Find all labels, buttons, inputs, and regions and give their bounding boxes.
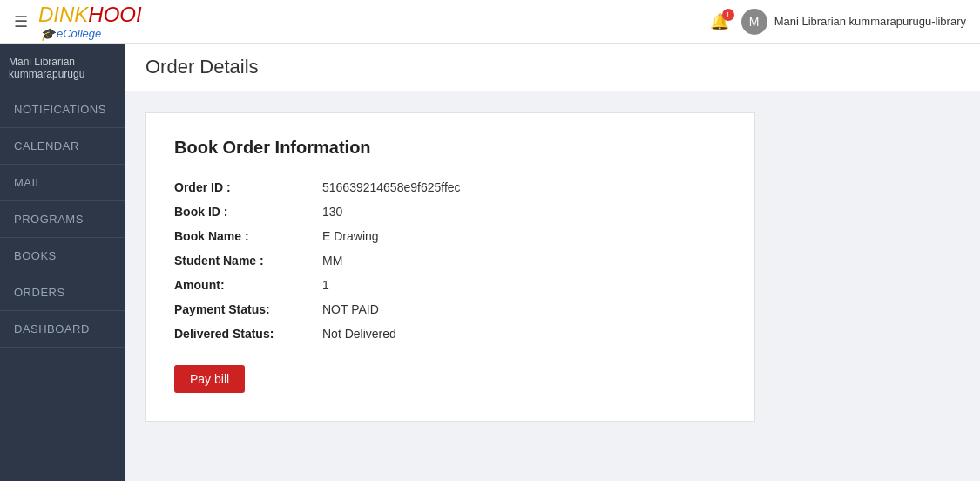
sidebar-item-books[interactable]: BOOKS [0, 238, 125, 274]
header-left: ☰ DINKHOOI 🎓 eCollege [14, 3, 142, 41]
sidebar-item-dashboard[interactable]: Dashboard [0, 311, 125, 348]
field-label: Book ID : [174, 200, 322, 224]
page-title-bar: Order Details [125, 44, 980, 91]
field-value: MM [322, 248, 727, 273]
sidebar-item-notifications[interactable]: NOTIFICATIONS [0, 91, 125, 128]
order-card-title: Book Order Information [174, 138, 727, 158]
main-layout: Mani Librarian kummarapurugu NOTIFICATIO… [0, 44, 980, 481]
sidebar-item-programs[interactable]: PROGRAMS [0, 201, 125, 238]
sidebar-item-calendar[interactable]: CALENDAR [0, 128, 125, 165]
field-label: Student Name : [174, 248, 322, 273]
sidebar-item-label: MAIL [14, 176, 42, 189]
hamburger-icon[interactable]: ☰ [14, 12, 28, 31]
sidebar-item-label: NOTIFICATIONS [14, 103, 106, 116]
field-label: Book Name : [174, 224, 322, 248]
sidebar-item-label: ORDERS [14, 286, 65, 299]
field-label: Delivered Status: [174, 322, 322, 346]
ecollege-text: eCollege [57, 27, 101, 40]
sidebar-user-label: Mani Librarian kummarapurugu [0, 44, 125, 91]
sidebar: Mani Librarian kummarapurugu NOTIFICATIO… [0, 44, 125, 481]
sidebar-item-label: Dashboard [14, 322, 90, 335]
sidebar-item-label: BOOKS [14, 249, 57, 262]
user-name: Mani Librarian kummarapurugu-library [774, 15, 966, 28]
header-right: 🔔 1 M Mani Librarian kummarapurugu-libra… [710, 9, 966, 35]
field-value: E Drawing [322, 224, 727, 248]
sidebar-item-orders[interactable]: ORDERS [0, 274, 125, 311]
content-area: Order Details Book Order Information Ord… [125, 44, 980, 481]
field-label: Payment Status: [174, 297, 322, 322]
order-card: Book Order Information Order ID : 516639… [145, 112, 755, 422]
field-label: Order ID : [174, 175, 322, 200]
table-row: Book Name : E Drawing [174, 224, 727, 248]
avatar: M [741, 9, 767, 35]
sidebar-item-mail[interactable]: MAIL [0, 165, 125, 201]
table-row: Amount: 1 [174, 273, 727, 297]
table-row: Book ID : 130 [174, 200, 727, 224]
field-value: 1 [322, 273, 727, 297]
table-row: Student Name : MM [174, 248, 727, 273]
ecollege-hat-icon: 🎓 [40, 27, 55, 41]
page-title: Order Details [145, 56, 959, 78]
content-body: Book Order Information Order ID : 516639… [125, 91, 980, 443]
field-value: 516639214658e9f625ffec [322, 175, 727, 200]
logo-hooi: HOOI [88, 3, 141, 26]
field-value: NOT PAID [322, 297, 727, 322]
bell-wrapper[interactable]: 🔔 1 [710, 12, 729, 31]
logo-ecollege: 🎓 eCollege [40, 27, 142, 41]
order-table: Order ID : 516639214658e9f625ffec Book I… [174, 175, 727, 346]
field-value: Not Delivered [322, 322, 727, 346]
field-value: 130 [322, 200, 727, 224]
sidebar-item-label: CALENDAR [14, 139, 79, 152]
field-label: Amount: [174, 273, 322, 297]
bell-badge: 1 [722, 9, 734, 21]
pay-bill-button[interactable]: Pay bill [174, 365, 245, 393]
header: ☰ DINKHOOI 🎓 eCollege 🔔 1 M Mani Librari… [0, 0, 980, 44]
user-info[interactable]: M Mani Librarian kummarapurugu-library [741, 9, 966, 35]
table-row: Order ID : 516639214658e9f625ffec [174, 175, 727, 200]
table-row: Delivered Status: Not Delivered [174, 322, 727, 346]
sidebar-item-label: PROGRAMS [14, 213, 84, 226]
logo-dink: DINK [38, 3, 88, 26]
logo: DINKHOOI 🎓 eCollege [38, 3, 142, 41]
table-row: Payment Status: NOT PAID [174, 297, 727, 322]
